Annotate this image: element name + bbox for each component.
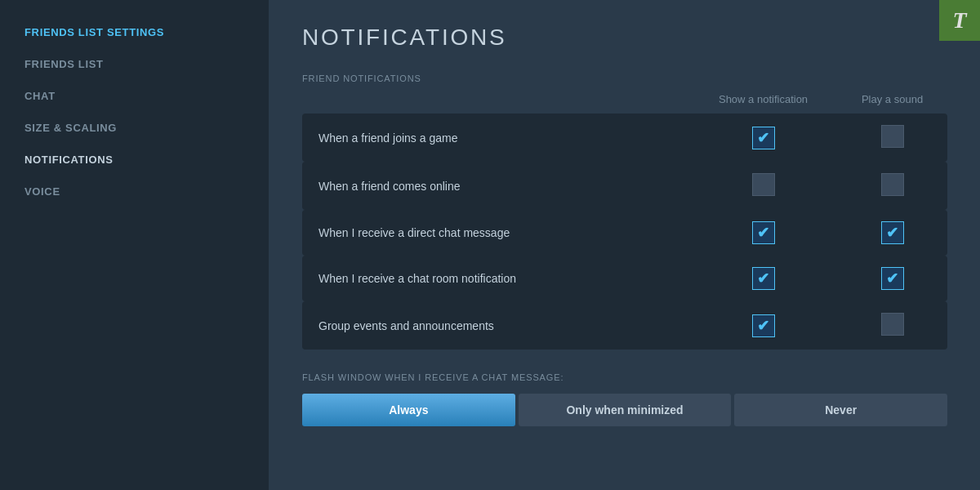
steam-logo: T [939,0,980,41]
sidebar-item-chat[interactable]: CHAT [0,80,269,112]
notification-row: When a friend comes online✔✔ [302,162,947,210]
play-sound-checkbox[interactable]: ✔ [881,313,904,336]
show-notification-checkbox[interactable]: ✔ [752,267,775,290]
show-notification-checkbox[interactable]: ✔ [752,221,775,244]
checkmark-icon: ✔ [757,131,769,145]
notification-row: When I receive a direct chat message✔✔ [302,210,947,256]
flash-window-label: FLASH WINDOW WHEN I RECEIVE A CHAT MESSA… [302,372,947,382]
play-sound-checkbox[interactable]: ✔ [881,125,904,148]
notification-row-label: When I receive a direct chat message [302,210,689,256]
notification-row-label: Group events and announcements [302,301,689,350]
sidebar-item-size-scaling[interactable]: SIZE & SCALING [0,112,269,144]
flash-buttons-group: AlwaysOnly when minimizedNever [302,394,947,426]
play-sound-checkbox[interactable]: ✔ [881,267,904,290]
play-sound-checkbox-cell: ✔ [837,114,947,162]
checkmark-icon: ✔ [886,271,898,286]
show-notification-checkbox-cell: ✔ [689,256,837,301]
notification-row-label: When a friend joins a game [302,114,689,162]
main-content: × NOTIFICATIONS FRIEND NOTIFICATIONS Sho… [270,0,980,490]
checkmark-icon: ✔ [757,318,769,333]
play-sound-checkbox-cell: ✔ [837,301,947,350]
play-sound-checkbox-cell: ✔ [837,162,947,210]
notification-row-label: When a friend comes online [302,162,689,210]
show-notification-checkbox[interactable]: ✔ [752,173,775,196]
flash-button-always[interactable]: Always [302,394,515,426]
notifications-table: Show a notification Play a sound When a … [302,93,947,350]
show-notification-checkbox[interactable]: ✔ [752,127,775,149]
checkmark-icon: ✔ [886,225,898,240]
notification-row-label: When I receive a chat room notification [302,256,689,301]
notification-row: When a friend joins a game✔✔ [302,114,947,162]
section-friend-notifications-label: FRIEND NOTIFICATIONS [302,74,947,83]
play-sound-checkbox[interactable]: ✔ [881,221,904,244]
checkmark-icon: ✔ [757,271,769,286]
col-play-sound: Play a sound [837,93,947,114]
show-notification-checkbox-cell: ✔ [689,301,837,350]
sidebar-item-voice[interactable]: VOICE [0,176,269,207]
play-sound-checkbox[interactable]: ✔ [881,173,904,196]
sidebar-item-friends-list-settings[interactable]: FRIENDS LIST SETTINGS [0,16,269,48]
col-label [302,93,689,114]
play-sound-checkbox-cell: ✔ [837,210,947,256]
play-sound-checkbox-cell: ✔ [837,256,947,301]
show-notification-checkbox-cell: ✔ [689,210,837,256]
show-notification-checkbox[interactable]: ✔ [752,314,775,337]
notification-row: Group events and announcements✔✔ [302,301,947,350]
col-show-notification: Show a notification [689,93,837,114]
checkmark-icon: ✔ [757,225,769,240]
show-notification-checkbox-cell: ✔ [689,162,837,210]
flash-button-never[interactable]: Never [734,394,947,426]
show-notification-checkbox-cell: ✔ [689,114,837,162]
flash-button-only-when-minimized[interactable]: Only when minimized [519,394,732,426]
page-title: NOTIFICATIONS [302,24,947,51]
sidebar: FRIENDS LIST SETTINGSFRIENDS LISTCHATSIZ… [0,0,270,490]
sidebar-item-notifications[interactable]: NOTIFICATIONS [0,144,269,176]
sidebar-item-friends-list[interactable]: FRIENDS LIST [0,48,269,80]
notification-row: When I receive a chat room notification✔… [302,256,947,301]
